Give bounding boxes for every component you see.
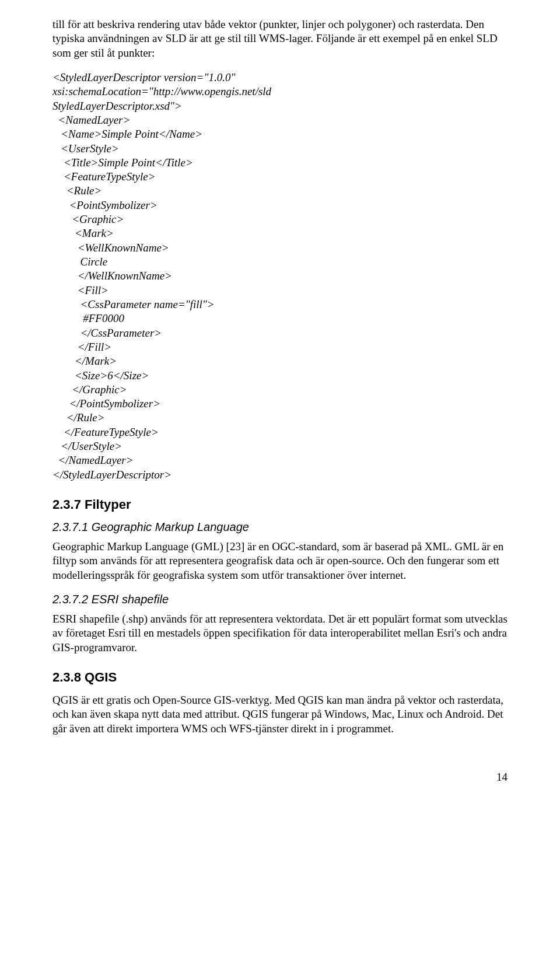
heading-2-3-7-1: 2.3.7.1 Geographic Markup Language — [52, 520, 508, 534]
heading-2-3-7: 2.3.7 Filtyper — [52, 497, 508, 512]
intro-paragraph: till för att beskriva rendering utav båd… — [52, 18, 508, 60]
paragraph-2-3-8: QGIS är ett gratis och Open-Source GIS-v… — [52, 693, 508, 736]
page-number: 14 — [52, 771, 508, 784]
paragraph-2-3-7-1: Geographic Markup Language (GML) [23] är… — [52, 540, 508, 582]
paragraph-2-3-7-2: ESRI shapefile (.shp) används för att re… — [52, 612, 508, 655]
page-container: till för att beskriva rendering utav båd… — [0, 0, 560, 807]
sld-code-block: <StyledLayerDescriptor version="1.0.0" x… — [52, 71, 508, 482]
heading-2-3-7-2: 2.3.7.2 ESRI shapefile — [52, 593, 508, 606]
heading-2-3-8: 2.3.8 QGIS — [52, 670, 508, 685]
